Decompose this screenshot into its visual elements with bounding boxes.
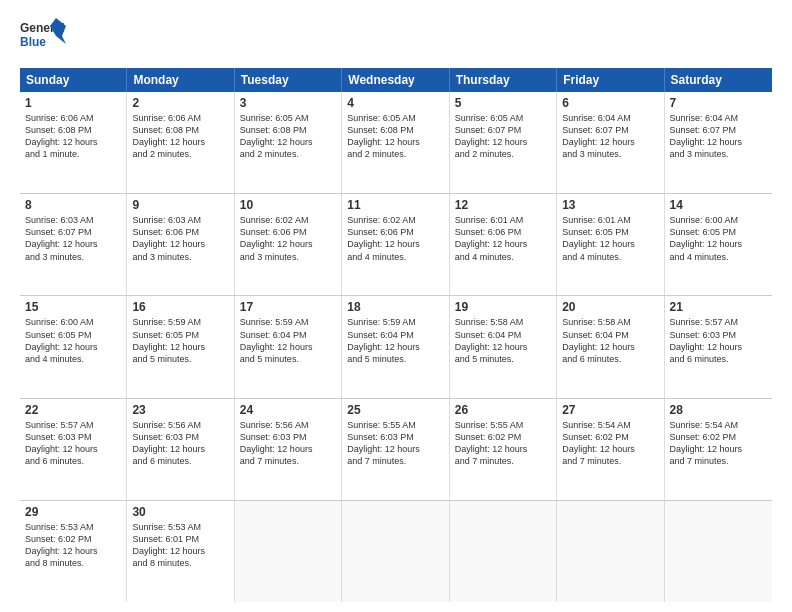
calendar-day-23: 23Sunrise: 5:56 AM Sunset: 6:03 PM Dayli… xyxy=(127,399,234,500)
day-content: Sunrise: 6:00 AM Sunset: 6:05 PM Dayligh… xyxy=(25,316,121,365)
day-content: Sunrise: 5:55 AM Sunset: 6:02 PM Dayligh… xyxy=(455,419,551,468)
calendar-day-20: 20Sunrise: 5:58 AM Sunset: 6:04 PM Dayli… xyxy=(557,296,664,397)
calendar-week-1: 1Sunrise: 6:06 AM Sunset: 6:08 PM Daylig… xyxy=(20,92,772,194)
day-number: 10 xyxy=(240,198,336,212)
calendar-day-21: 21Sunrise: 5:57 AM Sunset: 6:03 PM Dayli… xyxy=(665,296,772,397)
day-number: 16 xyxy=(132,300,228,314)
day-number: 20 xyxy=(562,300,658,314)
header-day-thursday: Thursday xyxy=(450,68,557,92)
day-number: 7 xyxy=(670,96,767,110)
calendar-day-6: 6Sunrise: 6:04 AM Sunset: 6:07 PM Daylig… xyxy=(557,92,664,193)
header-day-friday: Friday xyxy=(557,68,664,92)
calendar-week-5: 29Sunrise: 5:53 AM Sunset: 6:02 PM Dayli… xyxy=(20,501,772,602)
day-content: Sunrise: 5:54 AM Sunset: 6:02 PM Dayligh… xyxy=(562,419,658,468)
day-content: Sunrise: 5:55 AM Sunset: 6:03 PM Dayligh… xyxy=(347,419,443,468)
header-day-saturday: Saturday xyxy=(665,68,772,92)
day-number: 22 xyxy=(25,403,121,417)
calendar-header: SundayMondayTuesdayWednesdayThursdayFrid… xyxy=(20,68,772,92)
calendar-day-10: 10Sunrise: 6:02 AM Sunset: 6:06 PM Dayli… xyxy=(235,194,342,295)
day-content: Sunrise: 6:03 AM Sunset: 6:07 PM Dayligh… xyxy=(25,214,121,263)
calendar-empty-cell xyxy=(235,501,342,602)
day-number: 23 xyxy=(132,403,228,417)
svg-text:Blue: Blue xyxy=(20,35,46,49)
day-content: Sunrise: 5:59 AM Sunset: 6:05 PM Dayligh… xyxy=(132,316,228,365)
day-content: Sunrise: 5:58 AM Sunset: 6:04 PM Dayligh… xyxy=(562,316,658,365)
calendar-day-14: 14Sunrise: 6:00 AM Sunset: 6:05 PM Dayli… xyxy=(665,194,772,295)
day-content: Sunrise: 5:59 AM Sunset: 6:04 PM Dayligh… xyxy=(347,316,443,365)
calendar: SundayMondayTuesdayWednesdayThursdayFrid… xyxy=(20,68,772,602)
day-content: Sunrise: 5:57 AM Sunset: 6:03 PM Dayligh… xyxy=(25,419,121,468)
day-content: Sunrise: 5:56 AM Sunset: 6:03 PM Dayligh… xyxy=(132,419,228,468)
day-number: 1 xyxy=(25,96,121,110)
calendar-day-13: 13Sunrise: 6:01 AM Sunset: 6:05 PM Dayli… xyxy=(557,194,664,295)
day-number: 26 xyxy=(455,403,551,417)
day-number: 8 xyxy=(25,198,121,212)
calendar-day-8: 8Sunrise: 6:03 AM Sunset: 6:07 PM Daylig… xyxy=(20,194,127,295)
calendar-day-29: 29Sunrise: 5:53 AM Sunset: 6:02 PM Dayli… xyxy=(20,501,127,602)
day-number: 18 xyxy=(347,300,443,314)
calendar-day-4: 4Sunrise: 6:05 AM Sunset: 6:08 PM Daylig… xyxy=(342,92,449,193)
logo-svg: General Blue xyxy=(20,16,68,58)
day-number: 30 xyxy=(132,505,228,519)
day-content: Sunrise: 5:58 AM Sunset: 6:04 PM Dayligh… xyxy=(455,316,551,365)
calendar-day-27: 27Sunrise: 5:54 AM Sunset: 6:02 PM Dayli… xyxy=(557,399,664,500)
header-day-monday: Monday xyxy=(127,68,234,92)
day-number: 17 xyxy=(240,300,336,314)
day-number: 11 xyxy=(347,198,443,212)
day-number: 2 xyxy=(132,96,228,110)
calendar-week-3: 15Sunrise: 6:00 AM Sunset: 6:05 PM Dayli… xyxy=(20,296,772,398)
calendar-day-26: 26Sunrise: 5:55 AM Sunset: 6:02 PM Dayli… xyxy=(450,399,557,500)
day-number: 14 xyxy=(670,198,767,212)
header-day-tuesday: Tuesday xyxy=(235,68,342,92)
calendar-week-4: 22Sunrise: 5:57 AM Sunset: 6:03 PM Dayli… xyxy=(20,399,772,501)
calendar-empty-cell xyxy=(557,501,664,602)
calendar-empty-cell xyxy=(342,501,449,602)
calendar-day-22: 22Sunrise: 5:57 AM Sunset: 6:03 PM Dayli… xyxy=(20,399,127,500)
day-content: Sunrise: 6:02 AM Sunset: 6:06 PM Dayligh… xyxy=(347,214,443,263)
day-number: 24 xyxy=(240,403,336,417)
day-content: Sunrise: 5:54 AM Sunset: 6:02 PM Dayligh… xyxy=(670,419,767,468)
day-content: Sunrise: 6:04 AM Sunset: 6:07 PM Dayligh… xyxy=(562,112,658,161)
day-content: Sunrise: 6:05 AM Sunset: 6:07 PM Dayligh… xyxy=(455,112,551,161)
day-content: Sunrise: 6:00 AM Sunset: 6:05 PM Dayligh… xyxy=(670,214,767,263)
day-content: Sunrise: 5:53 AM Sunset: 6:01 PM Dayligh… xyxy=(132,521,228,570)
calendar-empty-cell xyxy=(665,501,772,602)
day-number: 13 xyxy=(562,198,658,212)
day-number: 4 xyxy=(347,96,443,110)
calendar-day-12: 12Sunrise: 6:01 AM Sunset: 6:06 PM Dayli… xyxy=(450,194,557,295)
day-content: Sunrise: 6:05 AM Sunset: 6:08 PM Dayligh… xyxy=(240,112,336,161)
page-header: General Blue xyxy=(20,16,772,58)
day-number: 21 xyxy=(670,300,767,314)
calendar-day-5: 5Sunrise: 6:05 AM Sunset: 6:07 PM Daylig… xyxy=(450,92,557,193)
calendar-day-19: 19Sunrise: 5:58 AM Sunset: 6:04 PM Dayli… xyxy=(450,296,557,397)
day-content: Sunrise: 6:05 AM Sunset: 6:08 PM Dayligh… xyxy=(347,112,443,161)
calendar-week-2: 8Sunrise: 6:03 AM Sunset: 6:07 PM Daylig… xyxy=(20,194,772,296)
day-number: 27 xyxy=(562,403,658,417)
day-number: 29 xyxy=(25,505,121,519)
day-content: Sunrise: 5:53 AM Sunset: 6:02 PM Dayligh… xyxy=(25,521,121,570)
calendar-day-17: 17Sunrise: 5:59 AM Sunset: 6:04 PM Dayli… xyxy=(235,296,342,397)
calendar-day-11: 11Sunrise: 6:02 AM Sunset: 6:06 PM Dayli… xyxy=(342,194,449,295)
calendar-day-1: 1Sunrise: 6:06 AM Sunset: 6:08 PM Daylig… xyxy=(20,92,127,193)
day-content: Sunrise: 5:56 AM Sunset: 6:03 PM Dayligh… xyxy=(240,419,336,468)
day-number: 5 xyxy=(455,96,551,110)
day-number: 28 xyxy=(670,403,767,417)
header-day-sunday: Sunday xyxy=(20,68,127,92)
calendar-body: 1Sunrise: 6:06 AM Sunset: 6:08 PM Daylig… xyxy=(20,92,772,602)
calendar-day-2: 2Sunrise: 6:06 AM Sunset: 6:08 PM Daylig… xyxy=(127,92,234,193)
calendar-day-9: 9Sunrise: 6:03 AM Sunset: 6:06 PM Daylig… xyxy=(127,194,234,295)
header-day-wednesday: Wednesday xyxy=(342,68,449,92)
day-number: 25 xyxy=(347,403,443,417)
calendar-day-18: 18Sunrise: 5:59 AM Sunset: 6:04 PM Dayli… xyxy=(342,296,449,397)
calendar-day-15: 15Sunrise: 6:00 AM Sunset: 6:05 PM Dayli… xyxy=(20,296,127,397)
day-content: Sunrise: 6:01 AM Sunset: 6:06 PM Dayligh… xyxy=(455,214,551,263)
day-number: 3 xyxy=(240,96,336,110)
day-number: 19 xyxy=(455,300,551,314)
calendar-empty-cell xyxy=(450,501,557,602)
calendar-day-28: 28Sunrise: 5:54 AM Sunset: 6:02 PM Dayli… xyxy=(665,399,772,500)
day-content: Sunrise: 6:02 AM Sunset: 6:06 PM Dayligh… xyxy=(240,214,336,263)
day-content: Sunrise: 6:04 AM Sunset: 6:07 PM Dayligh… xyxy=(670,112,767,161)
calendar-day-24: 24Sunrise: 5:56 AM Sunset: 6:03 PM Dayli… xyxy=(235,399,342,500)
day-content: Sunrise: 6:06 AM Sunset: 6:08 PM Dayligh… xyxy=(132,112,228,161)
day-number: 12 xyxy=(455,198,551,212)
